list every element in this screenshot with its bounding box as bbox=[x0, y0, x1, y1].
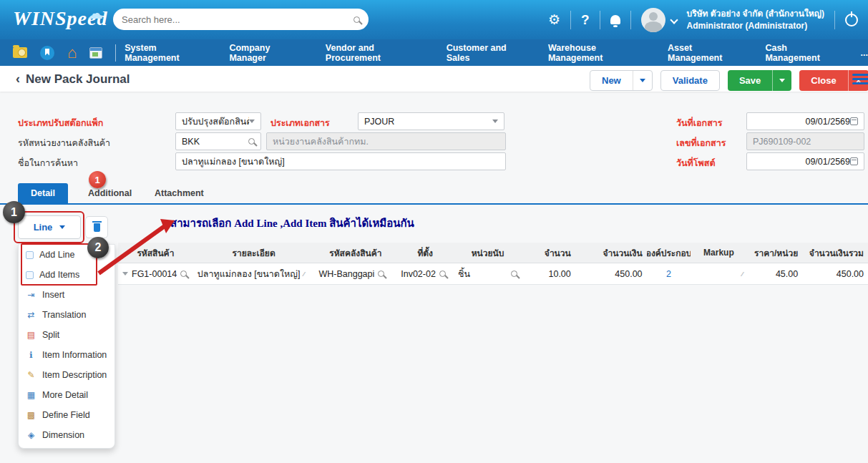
cell-markup[interactable]: ⁄⁄ bbox=[691, 271, 746, 278]
col-qty[interactable]: จำนวน bbox=[522, 246, 575, 260]
bookmark-icon[interactable] bbox=[40, 46, 54, 60]
nav-item-asset-management[interactable]: Asset Management bbox=[668, 36, 743, 69]
doc-date-field[interactable]: 09/01/2569 bbox=[746, 112, 864, 130]
calendar-icon[interactable] bbox=[850, 157, 858, 165]
recent-folder-icon[interactable] bbox=[13, 47, 27, 58]
quick-icons: ⌂ bbox=[0, 45, 115, 61]
new-button[interactable]: New bbox=[590, 70, 653, 91]
info-icon: ℹ bbox=[26, 350, 36, 360]
nav-item-vendor-procurement[interactable]: Vendor and Procurement bbox=[326, 36, 425, 69]
delete-line-button[interactable] bbox=[85, 216, 108, 238]
col-total-amount[interactable]: จำนวนเงินรวม bbox=[802, 246, 868, 260]
nav-item-cash-management[interactable]: Cash Management bbox=[765, 36, 839, 69]
menu-item-dimension[interactable]: ◈ Dimension bbox=[19, 425, 114, 445]
schedule-icon[interactable] bbox=[89, 47, 102, 59]
global-search[interactable] bbox=[113, 9, 369, 30]
menu-item-item-description[interactable]: ✎ Item Description bbox=[19, 365, 114, 385]
help-icon[interactable]: ? bbox=[581, 13, 590, 26]
doc-date-value: 09/01/2569 bbox=[753, 117, 850, 127]
lookup-search-icon[interactable] bbox=[378, 271, 384, 277]
menu-item-insert[interactable]: ⇥ Insert bbox=[19, 285, 114, 305]
lookup-search-icon[interactable] bbox=[180, 271, 187, 277]
cell-unit[interactable]: ชิ้น bbox=[454, 267, 522, 281]
page-title: ‹ New Pack Journal bbox=[16, 72, 130, 87]
col-location[interactable]: ที่ตั้ง bbox=[396, 246, 454, 260]
nav-item-company-manager[interactable]: Company Manager bbox=[229, 36, 303, 69]
line-dropdown-button[interactable]: Line bbox=[18, 215, 81, 239]
app-logo[interactable]: WINSpeed ☁ bbox=[13, 7, 107, 30]
logout-power-icon[interactable] bbox=[845, 14, 858, 26]
chevron-down-icon[interactable] bbox=[670, 16, 678, 24]
validate-button-label[interactable]: Validate bbox=[661, 71, 719, 90]
new-dropdown-toggle[interactable] bbox=[633, 71, 652, 90]
search-name-label: ชื่อในการค้นหา bbox=[18, 156, 78, 170]
col-warehouse[interactable]: รหัสคลังสินค้า bbox=[314, 246, 396, 260]
lookup-search-icon[interactable] bbox=[511, 271, 517, 277]
cell-qty[interactable]: 10.00 bbox=[522, 269, 575, 279]
cell-total-amount[interactable]: 450.00 bbox=[802, 269, 868, 279]
cell-description[interactable]: ปลาทูแม่กลอง [ขนาดใหญ่] ⁄⁄ bbox=[193, 267, 315, 281]
user-avatar[interactable] bbox=[641, 8, 665, 32]
row-caret-icon[interactable] bbox=[122, 272, 128, 276]
cell-item-code[interactable]: FG1-00014 bbox=[118, 269, 193, 279]
annotation-step1-badge-red: 1 bbox=[89, 171, 106, 188]
table-row[interactable]: FG1-00014 ปลาทูแม่กลอง [ขนาดใหญ่] ⁄⁄ WH-… bbox=[118, 263, 868, 285]
col-markup[interactable]: Markup bbox=[691, 248, 746, 258]
trash-icon bbox=[94, 223, 100, 232]
warehouse-unit-code-field[interactable]: BKK bbox=[175, 132, 261, 150]
line-dropdown-menu: Add Line Add Items ⇥ Insert ⇄ Translatio… bbox=[18, 244, 115, 449]
col-components[interactable]: องค์ประกอบ bbox=[647, 246, 691, 260]
nav-item-customer-sales[interactable]: Customer and Sales bbox=[447, 36, 527, 69]
close-button-label[interactable]: Close bbox=[799, 70, 847, 91]
menu-item-translation[interactable]: ⇄ Translation bbox=[19, 305, 114, 325]
back-arrow-icon[interactable]: ‹ bbox=[16, 72, 20, 87]
search-input[interactable] bbox=[122, 14, 353, 25]
menu-item-add-items[interactable]: Add Items bbox=[19, 265, 114, 285]
col-unit-price[interactable]: ราคา/หน่วย bbox=[746, 246, 802, 260]
cell-location[interactable]: Inv02-02 bbox=[396, 269, 454, 279]
save-button-label[interactable]: Save bbox=[728, 70, 772, 91]
col-unit[interactable]: หน่วยนับ bbox=[454, 246, 522, 260]
cell-unit-price[interactable]: 45.00 bbox=[746, 269, 802, 279]
col-item-code[interactable]: รหัสสินค้า bbox=[118, 246, 193, 260]
tab-detail[interactable]: Detail bbox=[18, 183, 68, 203]
tab-attachment[interactable]: Attachment bbox=[142, 183, 217, 203]
item-code-value: FG1-00014 bbox=[132, 269, 177, 279]
validate-button[interactable]: Validate bbox=[660, 70, 720, 91]
search-icon[interactable] bbox=[353, 16, 360, 23]
caret-down-icon bbox=[249, 120, 255, 123]
search-name-field[interactable]: ปลาทูแม่กลอง [ขนาดใหญ่] bbox=[175, 152, 506, 170]
cell-warehouse[interactable]: WH-Banggapi bbox=[314, 269, 396, 279]
pack-type-dropdown[interactable]: ปรับปรุงสต๊อกสินค้าแบบแ... bbox=[175, 112, 261, 130]
tab-underline bbox=[0, 203, 868, 205]
lookup-search-icon[interactable] bbox=[439, 271, 446, 277]
home-icon[interactable]: ⌂ bbox=[67, 45, 77, 61]
post-date-field[interactable]: 09/01/2569 bbox=[746, 152, 864, 170]
cell-components-link[interactable]: 2 bbox=[647, 269, 691, 279]
doc-type-dropdown[interactable]: PJOUR bbox=[358, 112, 504, 130]
settings-gear-icon[interactable]: ⚙ bbox=[548, 13, 560, 26]
nav-item-more[interactable]: ... bbox=[861, 42, 868, 64]
menu-item-item-information[interactable]: ℹ Item Information bbox=[19, 345, 114, 365]
divider bbox=[570, 11, 571, 29]
user-info[interactable]: บริษัท ตัวอย่าง จำกัด (สำนักงานใหญ่) Adm… bbox=[687, 8, 824, 31]
menu-item-more-detail[interactable]: ▦ More Detail bbox=[19, 385, 114, 405]
menu-item-label: Split bbox=[42, 330, 59, 340]
menu-item-label: Add Line bbox=[39, 250, 74, 260]
menu-item-define-field[interactable]: ▩ Define Field bbox=[19, 405, 114, 425]
tab-additional[interactable]: Additional bbox=[75, 183, 145, 203]
cell-amount[interactable]: 450.00 bbox=[575, 269, 647, 279]
save-dropdown-toggle[interactable] bbox=[772, 70, 791, 91]
nav-item-warehouse-management[interactable]: Warehouse Management bbox=[548, 36, 646, 69]
list-menu-icon[interactable] bbox=[852, 74, 868, 84]
warehouse-unit-code: BKK bbox=[182, 137, 248, 147]
lookup-search-icon[interactable] bbox=[248, 138, 255, 145]
save-button[interactable]: Save bbox=[728, 70, 791, 91]
new-button-label[interactable]: New bbox=[590, 71, 633, 90]
notifications-bell-icon[interactable] bbox=[610, 15, 620, 24]
col-amount[interactable]: จำนวนเงิน bbox=[575, 246, 647, 260]
calendar-icon[interactable] bbox=[850, 117, 858, 125]
col-description[interactable]: รายละเอียด bbox=[193, 246, 315, 260]
menu-item-split[interactable]: ▤ Split bbox=[19, 325, 114, 345]
nav-item-system-management[interactable]: System Management bbox=[125, 36, 208, 69]
